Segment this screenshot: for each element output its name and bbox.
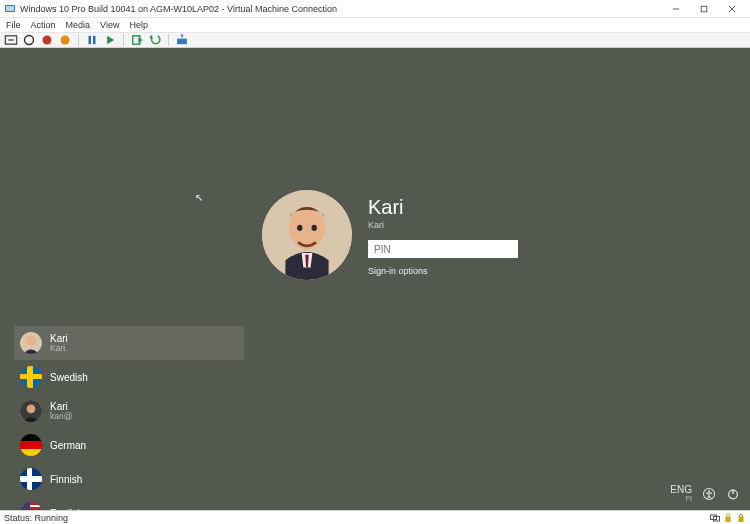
ctrl-alt-del-button[interactable]	[4, 33, 18, 47]
window-close-button[interactable]	[718, 0, 746, 18]
window-minimize-button[interactable]	[662, 0, 690, 18]
svg-marker-18	[181, 34, 184, 38]
svg-marker-16	[149, 34, 152, 40]
shut-down-button[interactable]	[40, 33, 54, 47]
toolbar	[0, 32, 750, 48]
user-accounts-list: Kari Kari. Swedish Kari kari@ German	[14, 326, 244, 524]
user-sub: kari@	[50, 412, 72, 421]
menu-file[interactable]: File	[6, 20, 21, 30]
user-item-finnish[interactable]: Finnish	[14, 462, 244, 496]
svg-point-24	[26, 336, 36, 346]
sign-in-options-link[interactable]: Sign-in options	[368, 266, 518, 276]
ease-of-access-button[interactable]	[702, 487, 716, 501]
login-block: Kari Kari Sign-in options	[368, 190, 518, 276]
svg-marker-13	[107, 36, 114, 44]
svg-point-22	[312, 225, 317, 231]
finland-flag-icon	[20, 468, 42, 490]
svg-point-21	[297, 225, 302, 231]
svg-point-20	[289, 206, 325, 249]
display-config-icon[interactable]	[710, 513, 720, 523]
lang-secondary: FI	[670, 495, 692, 502]
revert-button[interactable]	[148, 33, 162, 47]
statusbar: Status: Running	[0, 510, 750, 524]
user-name: Finnish	[50, 474, 82, 485]
svg-point-10	[61, 36, 70, 45]
window-title: Windows 10 Pro Build 10041 on AGM-W10LAP…	[20, 4, 337, 14]
power-button[interactable]	[726, 487, 740, 501]
toolbar-separator	[168, 34, 169, 46]
svg-rect-11	[89, 36, 92, 44]
user-name: Swedish	[50, 372, 88, 383]
menu-view[interactable]: View	[100, 20, 119, 30]
menu-action[interactable]: Action	[31, 20, 56, 30]
menubar: File Action Media View Help	[0, 18, 750, 32]
security-icon[interactable]	[723, 513, 733, 523]
pin-input[interactable]	[368, 240, 518, 258]
share-button[interactable]	[175, 33, 189, 47]
selected-user-email: Kari	[368, 220, 518, 230]
user-item-kari[interactable]: Kari Kari.	[14, 326, 244, 360]
user-item-kari-2[interactable]: Kari kari@	[14, 394, 244, 428]
user-name: German	[50, 440, 86, 451]
reset-button[interactable]	[103, 33, 117, 47]
svg-rect-3	[701, 6, 707, 12]
sweden-flag-icon	[20, 366, 42, 388]
checkpoint-button[interactable]	[130, 33, 144, 47]
language-switcher[interactable]: ENG FI	[670, 485, 692, 502]
svg-rect-17	[177, 39, 187, 45]
lang-primary: ENG	[670, 485, 692, 495]
login-center: Kari Kari Sign-in options	[262, 190, 518, 280]
user-item-german[interactable]: German	[14, 428, 244, 462]
germany-flag-icon	[20, 434, 42, 456]
user-item-swedish[interactable]: Swedish	[14, 360, 244, 394]
svg-rect-33	[726, 517, 731, 522]
svg-point-9	[43, 36, 52, 45]
avatar	[20, 400, 42, 422]
window-titlebar: Windows 10 Pro Build 10041 on AGM-W10LAP…	[0, 0, 750, 18]
pause-button[interactable]	[85, 33, 99, 47]
save-button[interactable]	[58, 33, 72, 47]
selected-user-avatar	[262, 190, 352, 280]
svg-rect-1	[6, 6, 14, 11]
svg-point-26	[27, 404, 36, 413]
status-tray	[710, 513, 746, 523]
user-sub: Kari.	[50, 344, 68, 353]
status-text: Status: Running	[4, 513, 68, 523]
svg-rect-12	[93, 36, 96, 44]
menu-media[interactable]: Media	[66, 20, 91, 30]
guest-lock-screen: ↖ Kari Kari Sign-in options	[0, 48, 750, 510]
hyperv-app-icon	[4, 3, 16, 15]
toolbar-separator	[78, 34, 79, 46]
svg-point-8	[25, 36, 34, 45]
svg-rect-34	[739, 517, 744, 522]
avatar	[20, 332, 42, 354]
svg-point-28	[708, 490, 710, 492]
window-maximize-button[interactable]	[690, 0, 718, 18]
selected-user-name: Kari	[368, 196, 518, 219]
toolbar-separator	[123, 34, 124, 46]
mouse-cursor-icon: ↖	[195, 192, 203, 203]
turn-off-button[interactable]	[22, 33, 36, 47]
menu-help[interactable]: Help	[129, 20, 148, 30]
lock-screen-controls: ENG FI	[670, 485, 740, 502]
lock-icon[interactable]	[736, 513, 746, 523]
